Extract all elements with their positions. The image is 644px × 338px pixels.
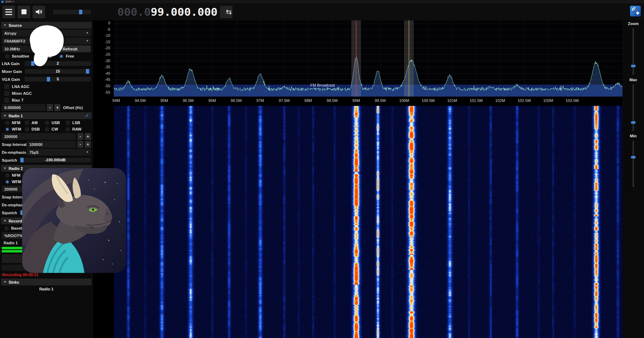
- offset-increment-button[interactable]: +: [54, 104, 60, 111]
- collapse-arrow-icon: ▼: [4, 219, 6, 222]
- checkbox-lna-agc[interactable]: LNA AGC: [4, 84, 91, 89]
- bandwidth-increment-button[interactable]: +: [85, 133, 91, 140]
- slider-handle[interactable]: [631, 156, 635, 158]
- section-title: Radio 1: [9, 114, 23, 118]
- mode-am[interactable]: AM: [25, 121, 45, 125]
- snap-input[interactable]: 100000: [27, 141, 76, 148]
- freq-tick-label: 98.5M: [323, 98, 341, 103]
- radio-icon: [25, 121, 29, 125]
- mode-dsb[interactable]: DSB: [25, 127, 45, 132]
- mode-wfm[interactable]: WFM: [2, 127, 25, 132]
- mode-lsb[interactable]: LSB: [65, 121, 87, 125]
- volume-slider-handle[interactable]: [79, 10, 82, 14]
- max-slider[interactable]: [633, 84, 634, 131]
- db-axis: 0-5-10-15-20-25-30-35-40-45-50-55: [93, 20, 114, 97]
- mode-label: LSB: [72, 121, 80, 125]
- minus-icon: -: [79, 142, 81, 147]
- record-stream-select[interactable]: Radio 1: [4, 241, 18, 245]
- snap-decrement-button[interactable]: -: [77, 141, 83, 148]
- checkbox-label: LNA AGC: [12, 84, 29, 89]
- section-title: Source: [9, 23, 22, 28]
- offset-decrement-button[interactable]: -: [47, 104, 53, 111]
- freq-tick-label: 99.5M: [371, 98, 389, 103]
- bandwidth-decrement-button[interactable]: -: [77, 133, 83, 140]
- slider-handle[interactable]: [631, 121, 635, 124]
- frequency-active-digits: 99.000.000: [151, 5, 218, 18]
- mode-wfm[interactable]: WFM: [2, 180, 25, 184]
- gain-slider-track[interactable]: 5: [25, 77, 91, 82]
- bandwidth-value: 200000: [4, 134, 18, 139]
- offset-label: Offset (Hz): [63, 106, 83, 110]
- mode-nfm[interactable]: NFM: [2, 121, 25, 125]
- minus-icon: -: [49, 105, 50, 110]
- tuning-mode-button[interactable]: ⇆: [220, 6, 233, 18]
- mode-label: CW: [52, 127, 58, 131]
- plus-icon: +: [87, 142, 89, 147]
- freq-tick-label: 96.5M: [227, 98, 245, 103]
- window-titlebar: SDR++: [0, 0, 644, 3]
- hamburger-icon: [5, 9, 12, 15]
- collapse-arrow-icon: ▼: [4, 114, 6, 117]
- deemphasis-value: 75µS: [29, 150, 39, 155]
- window-icon: [1, 1, 4, 3]
- mode-usb[interactable]: USB: [45, 121, 65, 125]
- waterfall-display[interactable]: [114, 106, 623, 338]
- radio-icon: [5, 180, 10, 184]
- radio1-enabled-check-icon[interactable]: ✓: [85, 113, 89, 118]
- freq-tick-label: 100.5M: [419, 98, 437, 103]
- mode-cw[interactable]: CW: [45, 127, 65, 132]
- fft-spectrum-plot[interactable]: [114, 20, 623, 97]
- mode-nfm[interactable]: NFM: [2, 173, 25, 178]
- zoom-slider[interactable]: [633, 28, 634, 75]
- radio1-squelch-slider[interactable]: -100.000dB: [20, 158, 91, 162]
- db-tick-label: -40: [93, 71, 110, 75]
- db-tick-label: -35: [93, 65, 110, 69]
- db-tick-label: -20: [93, 46, 110, 50]
- deemphasis-dropdown[interactable]: 75µS ▼: [27, 149, 91, 156]
- min-slider[interactable]: [633, 141, 634, 187]
- freq-tick-label: 98M: [299, 98, 317, 103]
- squelch-value: -100.000dB: [20, 158, 91, 162]
- mode-label: NFM: [12, 121, 20, 125]
- main-plot-area: 0-5-10-15-20-25-30-35-40-45-50-55 94M94.…: [93, 20, 623, 338]
- frequency-display[interactable]: 000.099.000.000: [117, 5, 218, 18]
- collapse-arrow-icon: ▼: [4, 167, 6, 170]
- samplerate-value: 10.0MHz: [4, 47, 20, 51]
- white-blob-overlay: [23, 23, 68, 70]
- gain-slider-row: VGA Gain5: [2, 76, 91, 83]
- checkbox-bias-t[interactable]: Bias T: [4, 97, 91, 103]
- db-tick-label: -25: [93, 52, 110, 57]
- checkbox-box[interactable]: [4, 84, 9, 89]
- mute-button[interactable]: [33, 6, 45, 18]
- db-tick-label: -50: [93, 84, 110, 88]
- radio1-bandwidth-input[interactable]: 200000: [2, 133, 76, 140]
- offset-input[interactable]: 0.000000: [2, 104, 45, 111]
- checkbox-box[interactable]: [4, 98, 9, 103]
- radio-icon: [45, 127, 49, 132]
- device-value: F8A868FF2: [4, 39, 25, 43]
- source-driver-value: Airspy: [4, 31, 16, 35]
- radio1-mode-grid: NFMAMUSBLSBWFMDSBCWRAW: [0, 120, 93, 132]
- checkbox-box[interactable]: [4, 91, 9, 96]
- mode-label: WFM: [12, 127, 21, 131]
- snap-label: Snap Interval: [2, 142, 27, 147]
- menu-button[interactable]: [3, 6, 15, 18]
- frequency-dim-digits: 000.0: [117, 5, 151, 18]
- mode-raw[interactable]: RAW: [65, 127, 87, 132]
- baseband-label: Baseb: [11, 226, 23, 230]
- freq-tick-label: 95M: [155, 98, 173, 103]
- freq-tick-label: 94M: [107, 98, 125, 103]
- section-header-radio1[interactable]: ▼ Radio 1 ✓: [1, 112, 92, 119]
- section-header-sinks[interactable]: ▼ Sinks: [1, 279, 92, 285]
- snap-increment-button[interactable]: +: [85, 141, 91, 148]
- section-title: Sinks: [9, 280, 19, 284]
- db-tick-label: -45: [93, 77, 110, 82]
- zoom-label: Zoom: [623, 21, 644, 26]
- baseband-radio[interactable]: [4, 226, 9, 231]
- stop-button[interactable]: [18, 6, 30, 18]
- sink-stream-title: Radio 1: [0, 287, 93, 291]
- volume-slider[interactable]: [53, 10, 91, 14]
- checkbox-mixer-agc[interactable]: Mixer AGC: [4, 90, 91, 96]
- slider-handle[interactable]: [631, 65, 635, 67]
- squelch-label: Squelch: [2, 211, 20, 215]
